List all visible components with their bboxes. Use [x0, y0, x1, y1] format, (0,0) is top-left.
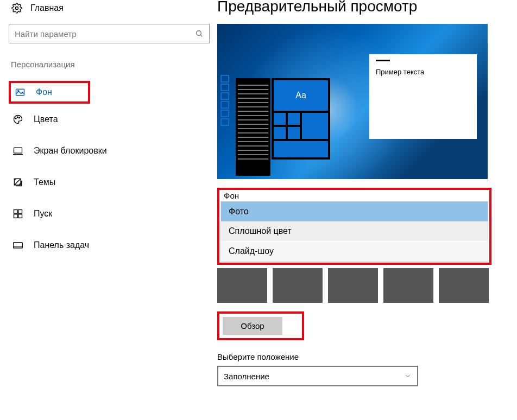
- nav-lockscreen-label: Экран блокировки: [34, 146, 107, 156]
- browse-highlight: Обзор: [217, 311, 304, 340]
- palette-icon: [12, 113, 24, 125]
- svg-line-2: [200, 35, 202, 36]
- home-label: Главная: [30, 3, 64, 13]
- dropdown-option-slideshow[interactable]: Слайд-шоу: [221, 241, 488, 261]
- svg-point-1: [197, 31, 201, 36]
- search-input-container[interactable]: [9, 24, 210, 43]
- nav-start-label: Пуск: [34, 209, 52, 219]
- lockscreen-icon: [12, 145, 24, 157]
- start-icon: [12, 208, 24, 220]
- main-content: Предварительный просмотр Aa Пример текст…: [217, 0, 517, 420]
- svg-point-7: [19, 117, 20, 118]
- highlight-background: Фон: [9, 81, 90, 104]
- background-dropdown[interactable]: Фото Сплошной цвет Слайд-шоу: [220, 201, 488, 262]
- preview-tile-aa: Aa: [274, 80, 328, 111]
- svg-rect-13: [14, 214, 18, 218]
- preview-start-tiles: Aa: [272, 78, 330, 160]
- thumb-3[interactable]: [328, 268, 378, 303]
- preview-sample-window: Пример текста: [369, 54, 477, 139]
- nav-background[interactable]: Фон: [11, 83, 119, 101]
- nav-background-label: Фон: [36, 87, 52, 97]
- desktop-preview: Aa Пример текста: [217, 24, 488, 179]
- chevron-down-icon: [404, 372, 412, 380]
- nav-lockscreen[interactable]: Экран блокировки: [9, 138, 117, 163]
- nav-taskbar[interactable]: Панель задач: [9, 233, 117, 258]
- background-dropdown-label: Фон: [220, 190, 488, 201]
- thumb-2[interactable]: [273, 268, 323, 303]
- search-icon: [195, 29, 204, 38]
- svg-point-5: [15, 118, 16, 119]
- browse-button[interactable]: Обзор: [223, 317, 282, 335]
- nav-colors[interactable]: Цвета: [9, 107, 117, 132]
- background-dropdown-highlight: Фон Фото Сплошной цвет Слайд-шоу: [217, 188, 491, 265]
- svg-point-0: [16, 7, 18, 10]
- thumb-4[interactable]: [383, 268, 433, 303]
- svg-point-6: [17, 117, 18, 118]
- preview-taskbar-icons: [220, 75, 230, 126]
- thumb-1[interactable]: [217, 268, 267, 303]
- nav-themes-label: Темы: [34, 177, 55, 187]
- svg-point-4: [18, 91, 19, 92]
- nav-start[interactable]: Пуск: [9, 201, 117, 226]
- picture-icon: [14, 86, 26, 98]
- wallpaper-thumbs: [217, 268, 506, 305]
- gear-icon: [11, 2, 23, 14]
- search-input[interactable]: [15, 29, 195, 39]
- svg-rect-15: [14, 243, 23, 248]
- position-combobox[interactable]: Заполнение: [217, 366, 418, 386]
- svg-rect-8: [14, 148, 22, 153]
- nav-colors-label: Цвета: [34, 114, 58, 124]
- preview-start-list: [236, 78, 270, 176]
- home-button[interactable]: Главная: [9, 0, 211, 22]
- position-label: Выберите положение: [217, 352, 506, 361]
- svg-rect-11: [14, 210, 18, 214]
- sidebar: Главная Персонализация Фон Цвета Экран б…: [0, 0, 217, 420]
- themes-icon: [12, 176, 24, 188]
- dropdown-option-solid[interactable]: Сплошной цвет: [221, 221, 488, 241]
- page-title: Предварительный просмотр: [217, 0, 506, 15]
- preview-window-text: Пример текста: [376, 68, 424, 76]
- svg-rect-14: [18, 214, 22, 218]
- nav-taskbar-label: Панель задач: [34, 240, 89, 250]
- svg-rect-12: [18, 210, 22, 214]
- section-title: Персонализация: [9, 60, 211, 69]
- taskbar-icon: [12, 239, 24, 251]
- nav-themes[interactable]: Темы: [9, 170, 117, 195]
- thumb-5[interactable]: [439, 268, 489, 303]
- position-value: Заполнение: [224, 372, 269, 381]
- dropdown-option-photo[interactable]: Фото: [221, 202, 488, 221]
